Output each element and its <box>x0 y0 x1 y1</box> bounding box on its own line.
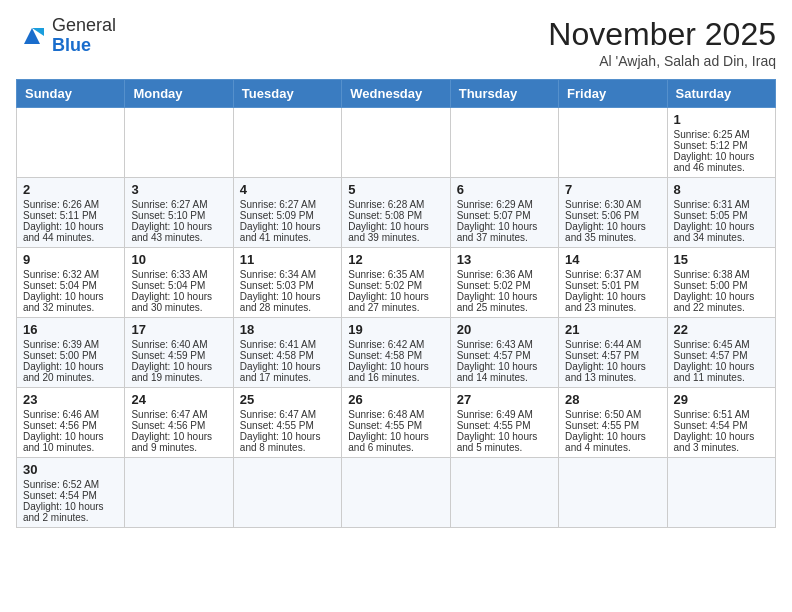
month-title: November 2025 <box>548 16 776 53</box>
day-number: 21 <box>565 322 660 337</box>
calendar-cell: 5Sunrise: 6:28 AM Sunset: 5:08 PM Daylig… <box>342 178 450 248</box>
calendar-cell: 15Sunrise: 6:38 AM Sunset: 5:00 PM Dayli… <box>667 248 775 318</box>
day-info: Sunrise: 6:39 AM Sunset: 5:00 PM Dayligh… <box>23 339 104 383</box>
day-number: 24 <box>131 392 226 407</box>
day-info: Sunrise: 6:33 AM Sunset: 5:04 PM Dayligh… <box>131 269 212 313</box>
day-info: Sunrise: 6:28 AM Sunset: 5:08 PM Dayligh… <box>348 199 429 243</box>
weekday-header-row: SundayMondayTuesdayWednesdayThursdayFrid… <box>17 80 776 108</box>
page-header: General Blue November 2025 Al 'Awjah, Sa… <box>16 16 776 69</box>
calendar-cell <box>125 108 233 178</box>
day-info: Sunrise: 6:44 AM Sunset: 4:57 PM Dayligh… <box>565 339 646 383</box>
calendar-cell: 26Sunrise: 6:48 AM Sunset: 4:55 PM Dayli… <box>342 388 450 458</box>
day-info: Sunrise: 6:35 AM Sunset: 5:02 PM Dayligh… <box>348 269 429 313</box>
day-number: 28 <box>565 392 660 407</box>
calendar-cell: 27Sunrise: 6:49 AM Sunset: 4:55 PM Dayli… <box>450 388 558 458</box>
day-number: 30 <box>23 462 118 477</box>
calendar-cell: 7Sunrise: 6:30 AM Sunset: 5:06 PM Daylig… <box>559 178 667 248</box>
day-number: 27 <box>457 392 552 407</box>
calendar-cell: 29Sunrise: 6:51 AM Sunset: 4:54 PM Dayli… <box>667 388 775 458</box>
calendar-cell: 22Sunrise: 6:45 AM Sunset: 4:57 PM Dayli… <box>667 318 775 388</box>
logo-text: General Blue <box>52 16 116 56</box>
day-number: 25 <box>240 392 335 407</box>
day-info: Sunrise: 6:36 AM Sunset: 5:02 PM Dayligh… <box>457 269 538 313</box>
day-info: Sunrise: 6:48 AM Sunset: 4:55 PM Dayligh… <box>348 409 429 453</box>
day-number: 10 <box>131 252 226 267</box>
day-info: Sunrise: 6:43 AM Sunset: 4:57 PM Dayligh… <box>457 339 538 383</box>
day-info: Sunrise: 6:31 AM Sunset: 5:05 PM Dayligh… <box>674 199 755 243</box>
calendar-cell: 23Sunrise: 6:46 AM Sunset: 4:56 PM Dayli… <box>17 388 125 458</box>
day-info: Sunrise: 6:52 AM Sunset: 4:54 PM Dayligh… <box>23 479 104 523</box>
day-info: Sunrise: 6:32 AM Sunset: 5:04 PM Dayligh… <box>23 269 104 313</box>
day-info: Sunrise: 6:37 AM Sunset: 5:01 PM Dayligh… <box>565 269 646 313</box>
calendar-cell <box>17 108 125 178</box>
day-info: Sunrise: 6:46 AM Sunset: 4:56 PM Dayligh… <box>23 409 104 453</box>
calendar-cell <box>667 458 775 528</box>
day-info: Sunrise: 6:49 AM Sunset: 4:55 PM Dayligh… <box>457 409 538 453</box>
calendar-cell: 20Sunrise: 6:43 AM Sunset: 4:57 PM Dayli… <box>450 318 558 388</box>
day-info: Sunrise: 6:30 AM Sunset: 5:06 PM Dayligh… <box>565 199 646 243</box>
day-number: 17 <box>131 322 226 337</box>
calendar-cell <box>233 458 341 528</box>
calendar-cell <box>559 108 667 178</box>
logo-icon <box>16 20 48 52</box>
day-info: Sunrise: 6:47 AM Sunset: 4:56 PM Dayligh… <box>131 409 212 453</box>
calendar-cell: 4Sunrise: 6:27 AM Sunset: 5:09 PM Daylig… <box>233 178 341 248</box>
day-number: 8 <box>674 182 769 197</box>
weekday-header-saturday: Saturday <box>667 80 775 108</box>
day-info: Sunrise: 6:45 AM Sunset: 4:57 PM Dayligh… <box>674 339 755 383</box>
day-number: 23 <box>23 392 118 407</box>
day-info: Sunrise: 6:26 AM Sunset: 5:11 PM Dayligh… <box>23 199 104 243</box>
day-number: 26 <box>348 392 443 407</box>
day-info: Sunrise: 6:40 AM Sunset: 4:59 PM Dayligh… <box>131 339 212 383</box>
calendar-cell: 25Sunrise: 6:47 AM Sunset: 4:55 PM Dayli… <box>233 388 341 458</box>
calendar-cell: 28Sunrise: 6:50 AM Sunset: 4:55 PM Dayli… <box>559 388 667 458</box>
calendar-cell: 13Sunrise: 6:36 AM Sunset: 5:02 PM Dayli… <box>450 248 558 318</box>
day-number: 18 <box>240 322 335 337</box>
title-block: November 2025 Al 'Awjah, Salah ad Din, I… <box>548 16 776 69</box>
calendar-cell: 8Sunrise: 6:31 AM Sunset: 5:05 PM Daylig… <box>667 178 775 248</box>
day-info: Sunrise: 6:51 AM Sunset: 4:54 PM Dayligh… <box>674 409 755 453</box>
calendar-cell <box>342 108 450 178</box>
calendar-cell: 12Sunrise: 6:35 AM Sunset: 5:02 PM Dayli… <box>342 248 450 318</box>
day-info: Sunrise: 6:50 AM Sunset: 4:55 PM Dayligh… <box>565 409 646 453</box>
calendar-week-6: 30Sunrise: 6:52 AM Sunset: 4:54 PM Dayli… <box>17 458 776 528</box>
day-info: Sunrise: 6:25 AM Sunset: 5:12 PM Dayligh… <box>674 129 755 173</box>
calendar-week-5: 23Sunrise: 6:46 AM Sunset: 4:56 PM Dayli… <box>17 388 776 458</box>
location: Al 'Awjah, Salah ad Din, Iraq <box>548 53 776 69</box>
day-number: 14 <box>565 252 660 267</box>
calendar-week-1: 1Sunrise: 6:25 AM Sunset: 5:12 PM Daylig… <box>17 108 776 178</box>
calendar-week-3: 9Sunrise: 6:32 AM Sunset: 5:04 PM Daylig… <box>17 248 776 318</box>
day-info: Sunrise: 6:29 AM Sunset: 5:07 PM Dayligh… <box>457 199 538 243</box>
day-number: 20 <box>457 322 552 337</box>
weekday-header-friday: Friday <box>559 80 667 108</box>
calendar-cell: 2Sunrise: 6:26 AM Sunset: 5:11 PM Daylig… <box>17 178 125 248</box>
day-info: Sunrise: 6:27 AM Sunset: 5:10 PM Dayligh… <box>131 199 212 243</box>
weekday-header-wednesday: Wednesday <box>342 80 450 108</box>
weekday-header-thursday: Thursday <box>450 80 558 108</box>
calendar-cell: 14Sunrise: 6:37 AM Sunset: 5:01 PM Dayli… <box>559 248 667 318</box>
calendar-cell <box>450 108 558 178</box>
day-number: 19 <box>348 322 443 337</box>
calendar-cell: 30Sunrise: 6:52 AM Sunset: 4:54 PM Dayli… <box>17 458 125 528</box>
day-info: Sunrise: 6:41 AM Sunset: 4:58 PM Dayligh… <box>240 339 321 383</box>
calendar-week-2: 2Sunrise: 6:26 AM Sunset: 5:11 PM Daylig… <box>17 178 776 248</box>
day-info: Sunrise: 6:27 AM Sunset: 5:09 PM Dayligh… <box>240 199 321 243</box>
day-number: 1 <box>674 112 769 127</box>
calendar-cell: 19Sunrise: 6:42 AM Sunset: 4:58 PM Dayli… <box>342 318 450 388</box>
calendar-cell: 9Sunrise: 6:32 AM Sunset: 5:04 PM Daylig… <box>17 248 125 318</box>
calendar-cell: 18Sunrise: 6:41 AM Sunset: 4:58 PM Dayli… <box>233 318 341 388</box>
day-number: 5 <box>348 182 443 197</box>
calendar-cell: 3Sunrise: 6:27 AM Sunset: 5:10 PM Daylig… <box>125 178 233 248</box>
calendar-cell: 16Sunrise: 6:39 AM Sunset: 5:00 PM Dayli… <box>17 318 125 388</box>
calendar-cell <box>450 458 558 528</box>
day-number: 29 <box>674 392 769 407</box>
logo: General Blue <box>16 16 116 56</box>
calendar-week-4: 16Sunrise: 6:39 AM Sunset: 5:00 PM Dayli… <box>17 318 776 388</box>
calendar-cell <box>342 458 450 528</box>
calendar-cell: 10Sunrise: 6:33 AM Sunset: 5:04 PM Dayli… <box>125 248 233 318</box>
calendar-cell <box>559 458 667 528</box>
calendar-table: SundayMondayTuesdayWednesdayThursdayFrid… <box>16 79 776 528</box>
calendar-cell <box>125 458 233 528</box>
day-number: 6 <box>457 182 552 197</box>
day-number: 2 <box>23 182 118 197</box>
